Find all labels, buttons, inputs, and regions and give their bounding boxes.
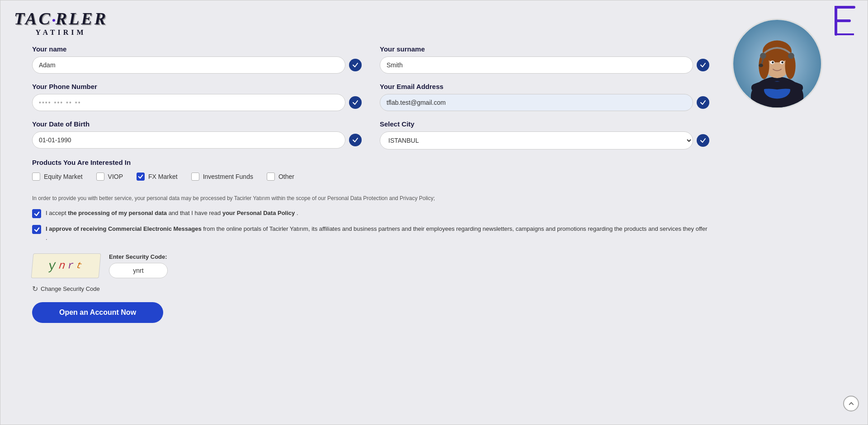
products-label: Products You Are Interested In [32,159,709,166]
privacy-section: In order to provide you with better serv… [32,194,709,242]
captcha-input[interactable] [109,263,168,278]
checkbox-fx-box [137,173,145,181]
scroll-top-button[interactable] [843,396,859,411]
brand-icon [831,5,859,37]
svg-point-14 [781,61,783,64]
surname-input-wrapper [380,56,709,74]
page-wrapper: TACRLER YATIRIM [0,0,868,425]
refresh-label: Change Security Code [41,285,100,292]
checkbox-other-box [267,173,275,181]
checkbox-equity-label: Equity Market [44,173,83,180]
phone-email-row: Your Phone Number Your Email Address [32,83,709,111]
dob-check-icon [349,134,362,146]
surname-label: Your surname [380,45,709,53]
name-group: Your name [32,45,362,74]
phone-label: Your Phone Number [32,83,362,90]
city-input-wrapper: ISTANBUL ANKARA IZMIR BURSA ANTALYA [380,131,709,149]
checkbox-investment-label: Investment Funds [203,173,253,180]
captcha-label: Enter Security Code: [109,253,168,260]
products-checkboxes: Equity Market VIOP FX Market Investment … [32,173,709,181]
submit-button[interactable]: Open an Account Now [32,302,163,323]
name-input-wrapper [32,56,362,74]
phone-group: Your Phone Number [32,83,362,111]
privacy-notice: In order to provide you with better serv… [32,194,709,202]
surname-input[interactable] [380,56,693,74]
checkbox-viop-label: VIOP [108,173,123,180]
consent1-text: I accept the processing of my personal d… [46,209,298,218]
phone-check-icon [349,96,362,109]
checkbox-investment-box [191,173,199,181]
dob-group: Your Date of Birth [32,120,362,149]
city-group: Select City ISTANBUL ANKARA IZMIR BURSA … [380,120,709,149]
checkbox-equity-box [32,173,40,181]
name-label: Your name [32,45,362,53]
email-check-icon [697,96,709,109]
logo-top: TACRLER [14,9,108,28]
consent1-row: I accept the processing of my personal d… [32,209,709,218]
checkbox-fx-label: FX Market [148,173,178,180]
refresh-icon: ↻ [32,285,38,293]
captcha-image: y n r t [31,253,101,278]
captcha-row: y n r t Enter Security Code: [32,253,709,278]
city-select[interactable]: ISTANBUL ANKARA IZMIR BURSA ANTALYA [380,131,693,149]
checkbox-investment-funds[interactable]: Investment Funds [191,173,253,181]
svg-point-7 [760,53,766,59]
checkbox-equity[interactable]: Equity Market [32,173,83,181]
phone-input[interactable] [32,94,345,111]
products-section: Products You Are Interested In Equity Ma… [32,159,709,181]
dob-input[interactable] [32,131,345,149]
city-check-icon [697,134,709,147]
name-check-icon [349,59,362,71]
dob-input-wrapper [32,131,362,149]
svg-point-8 [788,53,794,59]
consent2-text: I approve of receiving Commercial Electr… [46,224,709,242]
city-label: Select City [380,120,709,128]
dob-city-row: Your Date of Birth Select City ISTANBUL … [32,120,709,149]
phone-input-wrapper [32,94,362,111]
name-row: Your name Your surname [32,45,709,74]
checkbox-viop[interactable]: VIOP [96,173,123,181]
logo-bottom: YATIRIM [14,28,108,37]
checkbox-fx[interactable]: FX Market [137,173,178,181]
checkbox-viop-box [96,173,104,181]
email-input-wrapper [380,94,709,111]
form-area: Your name Your surname [32,41,709,323]
agent-image [732,19,822,109]
checkbox-other[interactable]: Other [267,173,294,181]
email-group: Your Email Address [380,83,709,111]
refresh-captcha-link[interactable]: ↻ Change Security Code [32,285,709,293]
name-input[interactable] [32,56,345,74]
surname-check-icon [697,59,709,71]
captcha-group: Enter Security Code: [109,253,168,278]
checkbox-other-label: Other [278,173,294,180]
header: TACRLER YATIRIM [14,9,854,36]
email-label: Your Email Address [380,83,709,90]
consent2-row: I approve of receiving Commercial Electr… [32,224,709,242]
svg-point-13 [772,61,774,64]
dob-label: Your Date of Birth [32,120,362,128]
consent2-checkbox[interactable] [32,225,41,234]
logo: TACRLER YATIRIM [14,9,108,36]
svg-point-10 [759,64,763,67]
surname-group: Your surname [380,45,709,74]
email-input[interactable] [380,94,693,111]
consent1-checkbox[interactable] [32,209,41,218]
